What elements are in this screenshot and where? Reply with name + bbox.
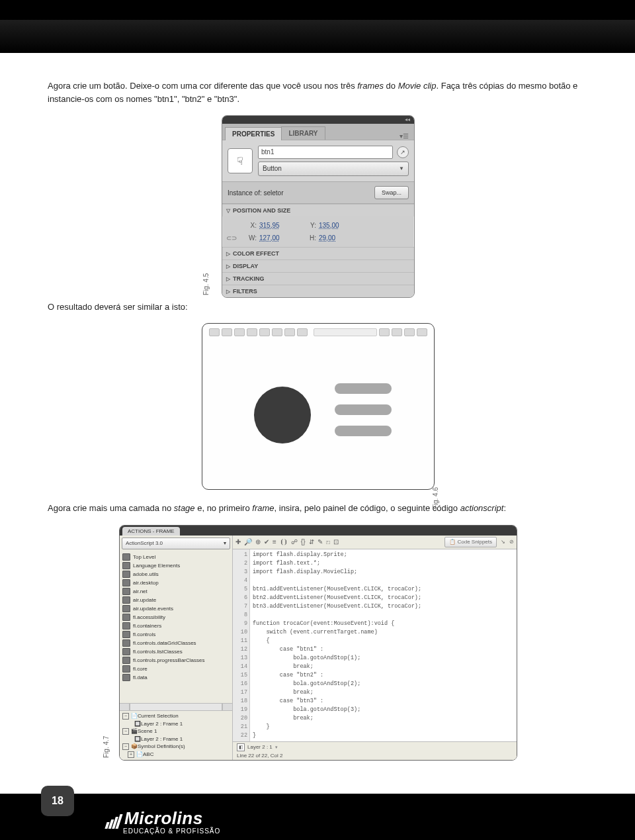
figure-stage-result: Fig. 4.6 (202, 323, 433, 490)
nav-layer-a[interactable]: Layer 2 : Frame 1 (141, 721, 183, 727)
book-icon (122, 588, 130, 595)
status-line-col: Line 22 of 22, Col 2 (237, 753, 513, 759)
tree-node[interactable]: air.update (120, 596, 232, 604)
comment-icon[interactable]: ✎ (318, 538, 323, 545)
header-black-bar (0, 0, 635, 20)
stage-toolbar-button (417, 328, 427, 336)
stage-toolbar (209, 328, 427, 336)
help-icon[interactable]: ⊘ (509, 539, 514, 545)
nav-layer-b[interactable]: Layer 2 : Frame 1 (141, 736, 183, 742)
actions-tab-label[interactable]: ACTIONS - FRAME (122, 527, 180, 536)
instance-name-input[interactable]: btn1 (258, 146, 393, 159)
tree-collapse-icon[interactable]: − (122, 743, 129, 750)
apply-icon[interactable]: ⏍ (326, 538, 330, 545)
check-syntax-icon[interactable]: ✔ (264, 538, 269, 545)
w-value[interactable]: 127,00 (259, 234, 299, 242)
p3-g: : (503, 503, 506, 513)
tree-node[interactable]: fl.controls.listClasses (120, 647, 232, 656)
code-source[interactable]: import flash.display.Sprite; import flas… (250, 549, 517, 741)
edit-symbol-icon[interactable]: ↗ (397, 146, 409, 158)
tree-node[interactable]: air.update.events (120, 604, 232, 613)
find-icon[interactable]: 🔎 (244, 538, 252, 545)
stage-toolbar-button (284, 328, 295, 336)
lock-aspect-icon[interactable]: ⊂⊃ (226, 234, 239, 242)
instance-type-dropdown[interactable]: Button ▼ (258, 162, 409, 176)
tree-node[interactable]: air.net (120, 587, 232, 596)
swap-button[interactable]: Swap... (374, 186, 409, 199)
tree-node[interactable]: air.desktop (120, 579, 232, 587)
script-assist-icon[interactable]: ↘ (501, 539, 505, 545)
code-line-gutter: 12345678910111213141516171819202122 (233, 549, 250, 741)
tree-node[interactable]: fl.data (120, 673, 232, 682)
stage-toolbar-button (404, 328, 415, 336)
tree-node[interactable]: fl.core (120, 665, 232, 673)
section-display[interactable]: ▷DISPLAY (222, 260, 414, 272)
pin-icon[interactable]: ◧ (237, 743, 245, 751)
add-icon[interactable]: ✚ (235, 538, 241, 545)
section-filters[interactable]: ▷FILTERS (222, 285, 414, 297)
instance-of-label: Instance of: (228, 189, 262, 197)
collapse-icon[interactable]: {} (301, 538, 306, 545)
chevron-right-icon: ▷ (226, 289, 230, 295)
stage-toolbar-button (379, 328, 390, 336)
code-snippets-button[interactable]: 📋 Code Snippets (444, 537, 497, 547)
book-icon (122, 571, 130, 578)
options-icon[interactable]: ⊡ (333, 538, 339, 545)
section-position-and-size[interactable]: ▽POSITION AND SIZE (222, 205, 414, 216)
packages-tree[interactable]: Top LevelLanguage Elementsadobe.utilsair… (120, 551, 232, 703)
stage-toolbar-button (392, 328, 402, 336)
expand-icon[interactable]: ⇵ (309, 538, 314, 545)
tree-hscrollbar[interactable] (120, 703, 232, 710)
y-label: Y: (299, 222, 319, 229)
instance-thumbnail: ☟ (228, 148, 253, 173)
brand-name: Microlins (124, 808, 203, 829)
script-version-dropdown[interactable]: ActionScript 3.0 ▾ (122, 537, 230, 549)
panel-menu-icon[interactable]: ▾☰ (394, 132, 414, 140)
tree-collapse-icon[interactable]: − (122, 728, 129, 735)
pin-label: Layer 2 : 1 (247, 744, 273, 750)
target-icon[interactable]: ⊕ (255, 538, 261, 545)
stage-button-btn1 (335, 383, 392, 394)
actions-panel-tab-bar: ACTIONS - FRAME (120, 526, 517, 536)
show-code-hint-icon[interactable]: ⦗⦘ (280, 538, 288, 545)
tree-node[interactable]: Top Level (120, 553, 232, 561)
tree-node[interactable]: adobe.utils (120, 570, 232, 579)
tree-node[interactable]: fl.accessibility (120, 613, 232, 622)
w-label: W: (239, 234, 259, 242)
y-value[interactable]: 135,00 (319, 222, 359, 229)
stage-toolbar-button (234, 328, 245, 336)
tree-node[interactable]: fl.controls.progressBarClasses (120, 656, 232, 665)
p3-c: e, no primeiro (195, 503, 253, 513)
chevron-down-icon: ▽ (226, 208, 230, 214)
brand-bars-icon (106, 814, 120, 829)
x-value[interactable]: 315,95 (259, 222, 299, 229)
p1-frames-word: frames (357, 81, 384, 91)
code-editor[interactable]: 12345678910111213141516171819202122 impo… (233, 549, 517, 741)
nav-symbol-def[interactable]: Symbol Definition(s) (138, 743, 185, 749)
caption-fig-4-6: Fig. 4.6 (432, 487, 439, 509)
figure-actions-panel: Fig. 4.7 ACTIONS - FRAME ActionScript 3.… (119, 525, 516, 761)
section-tracking[interactable]: ▷TRACKING (222, 273, 414, 285)
tree-node[interactable]: fl.containers (120, 622, 232, 630)
auto-format-icon[interactable]: ≡ (273, 538, 276, 545)
tree-node[interactable]: fl.controls.dataGridClasses (120, 639, 232, 647)
p3-a: Agora crie mais uma camada no (48, 503, 174, 513)
instance-type-value: Button (263, 162, 282, 175)
book-icon (122, 614, 130, 621)
debug-options-icon[interactable]: ☍ (291, 538, 298, 545)
stage-toolbar-button (247, 328, 257, 336)
nav-symbol-abc[interactable]: ABC (143, 751, 153, 757)
tree-node[interactable]: Language Elements (120, 561, 232, 570)
tree-collapse-icon[interactable]: − (122, 713, 129, 720)
stage-toolbar-button (209, 328, 220, 336)
book-icon (122, 639, 130, 647)
tree-node[interactable]: fl.controls (120, 630, 232, 639)
pin-dropdown-icon[interactable]: ▾ (275, 745, 278, 750)
h-value[interactable]: 29,00 (319, 234, 359, 242)
section-color-effect[interactable]: ▷COLOR EFFECT (222, 248, 414, 259)
tab-library[interactable]: LIBRARY (281, 126, 325, 140)
tree-expand-icon[interactable]: + (128, 751, 134, 758)
tab-properties[interactable]: PROPERTIES (225, 127, 282, 140)
nav-scene[interactable]: Scene 1 (138, 728, 157, 734)
script-navigator[interactable]: −📄 Current Selection 🔲 Layer 2 : Frame 1… (120, 710, 232, 760)
